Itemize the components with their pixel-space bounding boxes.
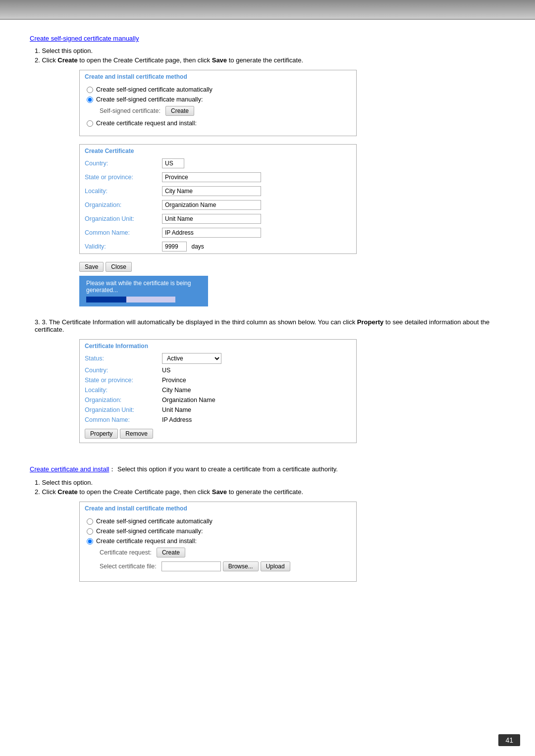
org-unit-label: Organization Unit:	[80, 212, 159, 226]
field-locality: Locality:	[80, 184, 356, 198]
create-cert-legend: Create Certificate	[80, 145, 356, 156]
section2-title[interactable]: Create certificate and install	[30, 465, 109, 473]
locality-label: Locality:	[80, 184, 159, 198]
field-country: Country:	[80, 156, 356, 170]
s2-create-bold: Create	[57, 488, 77, 496]
field-validity: Validity: days	[80, 240, 356, 253]
b-radio-auto-label: Create self-signed certificate automatic…	[96, 518, 213, 525]
b-radio-manual-input[interactable]	[87, 528, 93, 535]
b-radio-manual-label: Create self-signed certificate manually:	[96, 528, 203, 535]
b-radio-manual[interactable]: Create self-signed certificate manually:	[87, 528, 349, 535]
progress-message: Please wait while the certificate is bei…	[86, 280, 201, 294]
b-radio-request-label: Create certificate request and install:	[96, 538, 197, 545]
radio-auto[interactable]: Create self-signed certificate automatic…	[87, 86, 349, 93]
validity-label: Validity:	[80, 240, 159, 253]
property-bold: Property	[357, 318, 383, 326]
cert-req-label: Certificate request:	[100, 549, 152, 556]
cert-file-row: Select certificate file: Browse... Uploa…	[100, 561, 349, 571]
section2: Create certificate and install： Select t…	[30, 465, 505, 582]
info-common-name-value: IP Address	[159, 415, 356, 425]
radio-manual[interactable]: Create self-signed certificate manually:	[87, 96, 349, 103]
bottom-panel-inner: Create self-signed certificate automatic…	[80, 514, 356, 581]
section1-title[interactable]: Create self-signed certificate manually	[30, 35, 505, 42]
save-close-row: Save Close	[79, 262, 505, 272]
cert-info-legend: Certificate Information	[80, 340, 356, 352]
field-common-name: Common Name:	[80, 226, 356, 240]
radio-request[interactable]: Create certificate request and install:	[87, 120, 349, 127]
state-label: State or province:	[80, 170, 159, 184]
create-btn-1[interactable]: Create	[165, 106, 194, 116]
validity-input[interactable]	[162, 242, 187, 252]
progress-box: Please wait while the certificate is bei…	[79, 276, 208, 306]
state-input[interactable]	[162, 172, 261, 182]
b-radio-request[interactable]: Create certificate request and install:	[87, 538, 349, 545]
radio-request-label: Create certificate request and install:	[96, 120, 197, 127]
section2-desc: Select this option if you want to create…	[115, 465, 337, 473]
cert-info-panel: Certificate Information Status: Active C…	[79, 339, 357, 443]
common-name-label: Common Name:	[80, 226, 159, 240]
create-install-legend: Create and install certificate method	[80, 70, 356, 82]
info-state-label: State or province:	[80, 375, 159, 385]
create-cert-form: Country: State or province: Locality: Or…	[80, 156, 356, 253]
radio-request-input[interactable]	[87, 120, 93, 127]
info-status-label: Status:	[80, 352, 159, 365]
self-signed-row: Self-signed certificate: Create	[100, 106, 349, 116]
org-input[interactable]	[162, 200, 261, 210]
prop-remove-row: Property Remove	[85, 429, 351, 439]
radio-manual-input[interactable]	[87, 97, 93, 103]
close-button[interactable]: Close	[106, 262, 132, 272]
info-org-unit: Organization Unit: Unit Name	[80, 405, 356, 415]
info-org-unit-label: Organization Unit:	[80, 405, 159, 415]
progress-bar-fill	[86, 297, 126, 302]
country-input[interactable]	[162, 158, 184, 168]
browse-btn[interactable]: Browse...	[223, 561, 259, 571]
step-list-1: Select this option. Click Create to open…	[35, 47, 505, 64]
create-install-inner: Create self-signed certificate automatic…	[80, 82, 356, 136]
radio-manual-label: Create self-signed certificate manually:	[96, 96, 203, 103]
b-radio-auto[interactable]: Create self-signed certificate automatic…	[87, 518, 349, 525]
property-button[interactable]: Property	[85, 429, 118, 439]
create-bold: Create	[57, 56, 77, 64]
info-org-unit-value: Unit Name	[159, 405, 356, 415]
radio-auto-input[interactable]	[87, 87, 93, 93]
info-country-label: Country:	[80, 365, 159, 375]
create-btn-2[interactable]: Create	[157, 548, 185, 557]
country-label: Country:	[80, 156, 159, 170]
org-unit-input[interactable]	[162, 214, 261, 224]
status-select[interactable]: Active	[162, 353, 221, 364]
progress-bar-container	[86, 297, 175, 302]
field-org-unit: Organization Unit:	[80, 212, 356, 226]
info-country-value: US	[159, 365, 356, 375]
save-bold: Save	[212, 56, 227, 64]
s2-save-bold: Save	[212, 488, 227, 496]
info-country: Country: US	[80, 365, 356, 375]
step2-item: Click Create to open the Create Certific…	[35, 56, 505, 64]
cert-req-row: Certificate request: Create	[100, 548, 349, 557]
bottom-panel-legend: Create and install certificate method	[80, 502, 356, 514]
create-install-panel: Create and install certificate method Cr…	[79, 70, 357, 136]
info-state: State or province: Province	[80, 375, 356, 385]
save-button[interactable]: Save	[79, 262, 104, 272]
remove-button[interactable]: Remove	[120, 429, 153, 439]
step3-block: 3. The Certificate Information will auto…	[30, 318, 505, 443]
locality-input[interactable]	[162, 186, 261, 196]
cert-file-input[interactable]	[161, 561, 221, 571]
info-locality-value: City Name	[159, 385, 356, 395]
step-list-2: Select this option. Click Create to open…	[35, 479, 505, 496]
field-state: State or province:	[80, 170, 356, 184]
info-org-value: Organization Name	[159, 395, 356, 405]
upload-btn[interactable]: Upload	[261, 561, 290, 571]
section1: Create self-signed certificate manually …	[30, 35, 505, 306]
section2-colon: ：	[109, 465, 115, 473]
b-radio-request-input[interactable]	[87, 538, 93, 545]
info-org: Organization: Organization Name	[80, 395, 356, 405]
common-name-input[interactable]	[162, 228, 261, 238]
b-radio-auto-input[interactable]	[87, 518, 93, 525]
s2-step2: Click Create to open the Create Certific…	[35, 488, 505, 496]
s2-step1: Select this option.	[35, 479, 505, 486]
field-org: Organization:	[80, 198, 356, 212]
radio-auto-label: Create self-signed certificate automatic…	[96, 86, 213, 93]
bottom-panel: Create and install certificate method Cr…	[79, 502, 357, 582]
info-locality: Locality: City Name	[80, 385, 356, 395]
page-header	[0, 0, 535, 20]
